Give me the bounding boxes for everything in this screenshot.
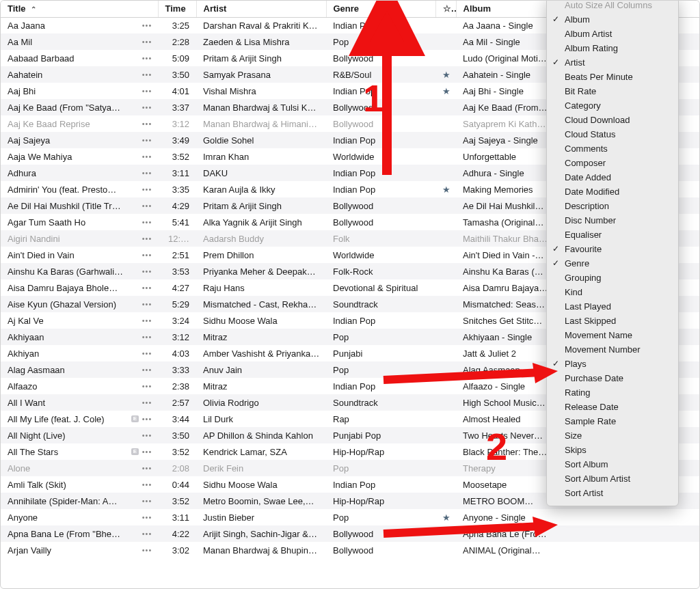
menu-item-album-rating[interactable]: Album Rating	[547, 41, 678, 55]
table-row[interactable]: Apna Bana Le (From "Bhe…•••4:22Arijit Si…	[1, 525, 700, 542]
menu-header[interactable]: Auto Size All Columns	[547, 0, 678, 12]
menu-item-sort-artist[interactable]: Sort Artist	[547, 486, 678, 500]
more-options-icon[interactable]: •••	[142, 366, 152, 374]
menu-item-last-played[interactable]: Last Played	[547, 299, 678, 314]
menu-item-bit-rate[interactable]: Bit Rate	[547, 84, 678, 98]
menu-item-last-skipped[interactable]: Last Skipped	[547, 314, 678, 328]
favourite-cell[interactable]	[435, 263, 456, 279]
table-row[interactable]: Arjan Vailly•••3:02Manan Bhardwaj & Bhup…	[1, 542, 700, 558]
more-options-icon[interactable]: •••	[142, 349, 152, 357]
favourite-cell[interactable]	[435, 460, 456, 476]
more-options-icon[interactable]: •••	[142, 218, 152, 226]
favourite-cell[interactable]: ★	[435, 509, 456, 525]
menu-item-release-date[interactable]: Release Date	[547, 400, 678, 414]
more-options-icon[interactable]: •••	[142, 87, 152, 95]
more-options-icon[interactable]: •••	[142, 185, 152, 193]
more-options-icon[interactable]: •••	[142, 54, 152, 62]
menu-item-kind[interactable]: Kind	[547, 285, 678, 299]
menu-item-purchase-date[interactable]: Purchase Date	[547, 371, 678, 385]
favourite-cell[interactable]	[435, 312, 456, 329]
favourite-cell[interactable]	[435, 427, 456, 443]
column-options-menu[interactable]: Auto Size All Columns AlbumAlbum ArtistA…	[546, 0, 679, 506]
menu-item-album-artist[interactable]: Album Artist	[547, 27, 678, 41]
favourite-cell[interactable]	[435, 476, 456, 493]
more-options-icon[interactable]: •••	[142, 431, 152, 439]
menu-item-equaliser[interactable]: Equaliser	[547, 228, 678, 242]
more-options-icon[interactable]: •••	[142, 120, 152, 128]
favourite-cell[interactable]	[435, 378, 456, 394]
more-options-icon[interactable]: •••	[142, 267, 152, 275]
more-options-icon[interactable]: •••	[142, 497, 152, 505]
favourite-cell[interactable]	[435, 33, 456, 50]
menu-item-beats-per-minute[interactable]: Beats Per Minute	[547, 70, 678, 84]
favourite-cell[interactable]	[435, 247, 456, 263]
menu-item-category[interactable]: Category	[547, 98, 678, 113]
more-options-icon[interactable]: •••	[142, 530, 152, 538]
more-options-icon[interactable]: •••	[142, 169, 152, 177]
favourite-cell[interactable]	[435, 443, 456, 460]
menu-item-size[interactable]: Size	[547, 428, 678, 443]
menu-item-sort-album-artist[interactable]: Sort Album Artist	[547, 471, 678, 486]
favourite-cell[interactable]	[435, 394, 456, 411]
menu-item-cloud-download[interactable]: Cloud Download	[547, 113, 678, 127]
favourite-cell[interactable]: ★	[435, 181, 456, 197]
more-options-icon[interactable]: •••	[142, 251, 152, 259]
menu-item-genre[interactable]: Genre	[547, 256, 678, 271]
column-header-genre[interactable]: Genre	[326, 1, 435, 17]
menu-item-grouping[interactable]: Grouping	[547, 271, 678, 285]
favourite-cell[interactable]	[435, 329, 456, 345]
menu-item-movement-name[interactable]: Movement Name	[547, 328, 678, 342]
favourite-cell[interactable]: ★	[435, 83, 456, 99]
favourite-cell[interactable]	[435, 230, 456, 247]
more-options-icon[interactable]: •••	[142, 415, 152, 423]
favourite-cell[interactable]	[435, 542, 456, 558]
more-options-icon[interactable]: •••	[142, 316, 152, 325]
more-options-icon[interactable]: •••	[142, 136, 152, 144]
menu-item-cloud-status[interactable]: Cloud Status	[547, 127, 678, 141]
menu-item-skips[interactable]: Skips	[547, 443, 678, 457]
menu-item-composer[interactable]: Composer	[547, 156, 678, 170]
menu-item-favourite[interactable]: Favourite	[547, 242, 678, 256]
more-options-icon[interactable]: •••	[142, 546, 152, 554]
more-options-icon[interactable]: •••	[142, 234, 152, 243]
more-options-icon[interactable]: •••	[142, 284, 152, 292]
favourite-cell[interactable]	[435, 115, 456, 132]
more-options-icon[interactable]: •••	[142, 382, 152, 390]
more-options-icon[interactable]: •••	[142, 448, 152, 456]
more-options-icon[interactable]: •••	[142, 152, 152, 161]
more-options-icon[interactable]: •••	[142, 38, 152, 46]
menu-item-comments[interactable]: Comments	[547, 141, 678, 156]
column-header-title[interactable]: Title ⌃	[1, 1, 158, 17]
favourite-cell[interactable]: ★	[435, 66, 456, 83]
favourite-cell[interactable]	[435, 411, 456, 427]
menu-item-sort-album[interactable]: Sort Album	[547, 457, 678, 471]
more-options-icon[interactable]: •••	[142, 21, 152, 29]
menu-item-date-modified[interactable]: Date Modified	[547, 184, 678, 199]
favourite-cell[interactable]	[435, 165, 456, 181]
favourite-cell[interactable]	[435, 296, 456, 312]
more-options-icon[interactable]: •••	[142, 202, 152, 210]
menu-item-plays[interactable]: Plays	[547, 357, 678, 371]
more-options-icon[interactable]: •••	[142, 70, 152, 79]
favourite-cell[interactable]	[435, 345, 456, 361]
column-header-time[interactable]: Time	[158, 1, 196, 17]
menu-item-artist[interactable]: Artist	[547, 55, 678, 70]
favourite-cell[interactable]	[435, 17, 456, 33]
table-row[interactable]: Anyone•••3:11Justin BieberPop★Anyone - S…	[1, 509, 700, 525]
favourite-cell[interactable]	[435, 50, 456, 66]
favourite-cell[interactable]	[435, 279, 456, 296]
favourite-cell[interactable]	[435, 132, 456, 148]
menu-item-sample-rate[interactable]: Sample Rate	[547, 414, 678, 428]
favourite-cell[interactable]	[435, 361, 456, 378]
favourite-cell[interactable]	[435, 197, 456, 214]
more-options-icon[interactable]: •••	[142, 300, 152, 308]
column-header-artist[interactable]: Artist	[196, 1, 326, 17]
menu-item-movement-number[interactable]: Movement Number	[547, 342, 678, 357]
favourite-cell[interactable]	[435, 214, 456, 230]
menu-item-description[interactable]: Description	[547, 199, 678, 213]
menu-item-disc-number[interactable]: Disc Number	[547, 213, 678, 228]
more-options-icon[interactable]: •••	[142, 513, 152, 521]
more-options-icon[interactable]: •••	[142, 333, 152, 341]
more-options-icon[interactable]: •••	[142, 464, 152, 472]
favourite-cell[interactable]	[435, 493, 456, 509]
